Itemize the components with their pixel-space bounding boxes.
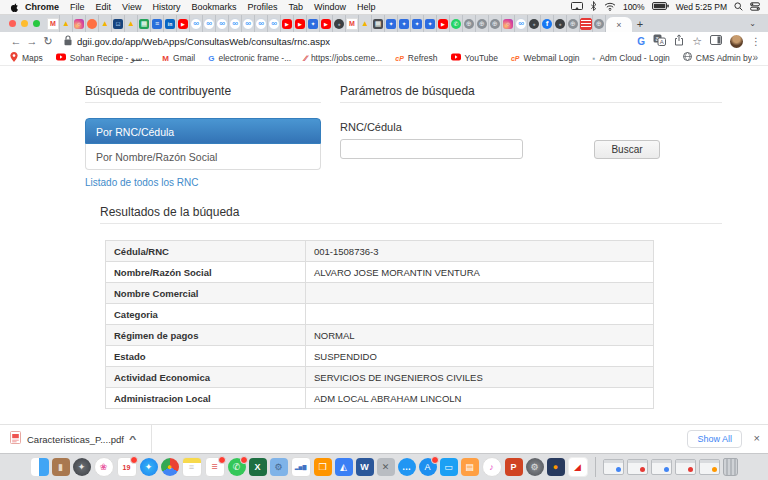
pinned-tab-drive[interactable]: ▲	[125, 15, 138, 32]
pinned-tab-dark-globe[interactable]: ●	[554, 15, 567, 32]
side-panel-icon[interactable]	[710, 35, 722, 47]
profile-avatar[interactable]	[730, 35, 743, 48]
menu-file[interactable]: File	[70, 2, 85, 12]
pinned-tab-linkedin[interactable]: in	[164, 15, 177, 32]
control-center-icon[interactable]	[750, 2, 760, 13]
pinned-tab-outlook[interactable]: ⊡	[112, 15, 125, 32]
search-tab-por-nombre-raz-n-social[interactable]: Por Nombre/Razón Social	[85, 144, 321, 170]
pinned-tab-meta[interactable]: ∞	[190, 15, 203, 32]
facetime-icon[interactable]: ✆	[228, 458, 246, 476]
bookmark-youtube[interactable]: YouTube	[451, 53, 498, 63]
all-rnc-link[interactable]: Listado de todos los RNC	[85, 177, 198, 188]
menu-profiles[interactable]: Profiles	[247, 2, 277, 12]
share-icon[interactable]	[674, 34, 684, 48]
books-icon[interactable]: ❒	[314, 458, 332, 476]
bookmark-https-jobs-ceme-[interactable]: ∕∕https://jobs.ceme...	[304, 53, 382, 63]
excel-icon[interactable]: X	[249, 458, 267, 476]
pinned-tab-drive[interactable]: ▲	[99, 15, 112, 32]
contacts-icon[interactable]: ▮	[52, 458, 70, 476]
pinned-tab-dark-grid[interactable]: ▦	[372, 15, 385, 32]
tab-search-chevron-icon[interactable]: ⌄	[749, 19, 756, 28]
bookmarks-overflow-icon[interactable]: »	[752, 52, 758, 63]
forward-button[interactable]: →	[24, 35, 40, 47]
wifi-icon[interactable]	[604, 2, 616, 13]
menu-edit[interactable]: Edit	[96, 2, 112, 12]
bookmark-sohan-recipe-[interactable]: Sohan Recipe - سو...	[56, 53, 150, 63]
pinned-tab-dark-globe[interactable]: ●	[333, 15, 346, 32]
pinned-tab-docs[interactable]: ≡	[151, 15, 164, 32]
pinned-tab-green-grid[interactable]: ▦	[138, 15, 151, 32]
tab-close-icon[interactable]: ×	[616, 20, 621, 30]
music-icon[interactable]: ♪	[482, 457, 502, 477]
pinned-tab-dark-globe[interactable]: ●	[528, 15, 541, 32]
finder-icon[interactable]	[31, 458, 49, 476]
launchpad-icon[interactable]: ✦	[73, 458, 91, 476]
pinned-tab-facebook[interactable]: f	[541, 15, 554, 32]
active-tab[interactable]: ×	[606, 17, 632, 32]
menu-help[interactable]: Help	[357, 2, 376, 12]
download-item[interactable]: Caracteristicas_P....pdf ^	[0, 430, 145, 448]
pinned-tab-instagram[interactable]: ○	[73, 15, 86, 32]
pinned-tab-flame[interactable]	[86, 15, 99, 32]
spotlight-icon[interactable]	[734, 2, 743, 13]
menu-bar-clock[interactable]: Wed 5:25 PM	[676, 2, 727, 12]
close-window-button[interactable]	[9, 20, 16, 27]
pinned-tab-globe[interactable]: ⊕	[567, 15, 580, 32]
pinned-tab-meta[interactable]: ∞	[242, 15, 255, 32]
bookmark-star-icon[interactable]: ☆	[692, 35, 702, 48]
pinned-tab-blue-app[interactable]: ✦	[411, 15, 424, 32]
url-text[interactable]: dgii.gov.do/app/WebApps/ConsultasWeb/con…	[77, 36, 330, 47]
address-bar[interactable]: dgii.gov.do/app/WebApps/ConsultasWeb/con…	[64, 35, 637, 48]
pinned-tab-drive[interactable]: ▲	[359, 15, 372, 32]
bookmark-maps[interactable]: Maps	[10, 52, 43, 64]
pinned-tab-meta[interactable]: ∞	[229, 15, 242, 32]
minimized-window[interactable]	[651, 459, 672, 475]
pinned-tab-blue-app[interactable]: ✦	[398, 15, 411, 32]
minimized-window[interactable]	[603, 459, 624, 475]
show-all-button[interactable]: Show All	[687, 430, 742, 448]
pinned-tab-whatsapp[interactable]: ✆	[450, 15, 463, 32]
pinned-tab-drive[interactable]: ▲	[60, 15, 73, 32]
pinned-tab-youtube[interactable]: ▶	[320, 15, 333, 32]
pinned-tab-globe[interactable]: ⊕	[476, 15, 489, 32]
pinned-tab-meta[interactable]: ∞	[216, 15, 229, 32]
menu-view[interactable]: View	[122, 2, 141, 12]
menu-chrome[interactable]: Chrome	[25, 2, 59, 12]
pinned-tab-meta[interactable]: ∞	[203, 15, 216, 32]
trash-icon[interactable]	[723, 458, 738, 476]
bookmark-cms-admin-by-bit-[interactable]: CMS Admin by Bit...	[683, 52, 753, 63]
screen-mirroring-icon[interactable]	[571, 2, 583, 13]
bluetooth-icon[interactable]	[590, 1, 597, 13]
menu-bookmarks[interactable]: Bookmarks	[191, 2, 236, 12]
shelf-close-icon[interactable]: ×	[754, 432, 760, 444]
download-filename[interactable]: Caracteristicas_P....pdf	[27, 434, 124, 445]
keynote-icon[interactable]: ▭	[440, 458, 458, 476]
pinned-tab-blue-app[interactable]: ✦	[424, 15, 437, 32]
menu-tab[interactable]: Tab	[288, 2, 303, 12]
search-tab-por-rnc-c-dula[interactable]: Por RNC/Cédula	[85, 118, 321, 144]
pinned-tab-blue-app[interactable]: ✦	[385, 15, 398, 32]
pinned-tab-gmail[interactable]: M	[346, 15, 359, 32]
pinned-tab-instagram[interactable]: ○	[502, 15, 515, 32]
pinned-tab-gmail[interactable]: M	[47, 15, 60, 32]
chrome-icon[interactable]: ●	[161, 458, 179, 476]
utilities-folder-icon[interactable]: ⚙	[270, 458, 288, 476]
pinned-tab-meta[interactable]: ∞	[515, 15, 528, 32]
pinned-tab-globe[interactable]: ⊕	[463, 15, 476, 32]
new-tab-button[interactable]: +	[632, 18, 648, 30]
photo-app-icon[interactable]: ◭	[335, 458, 353, 476]
pinned-tab-youtube[interactable]: ▶	[437, 15, 450, 32]
reminders-icon[interactable]: ☰	[205, 457, 225, 477]
pinned-tab-globe[interactable]: ⊕	[593, 15, 606, 32]
minimized-window[interactable]	[699, 459, 720, 475]
pinned-tab-youtube[interactable]: ▶	[177, 15, 190, 32]
slides-icon[interactable]: ▤	[461, 458, 479, 476]
minimized-window[interactable]	[627, 459, 648, 475]
charts-icon[interactable]: ▂▅▇	[291, 457, 311, 477]
notes-icon[interactable]: ≡	[182, 457, 202, 477]
download-caret-icon[interactable]: ^	[129, 434, 136, 444]
bookmark-refresh[interactable]: cPRefresh	[395, 53, 437, 63]
photos-icon[interactable]: ❀	[94, 457, 114, 477]
apple-menu-icon[interactable]	[10, 2, 19, 13]
rnc-input[interactable]	[340, 139, 523, 159]
